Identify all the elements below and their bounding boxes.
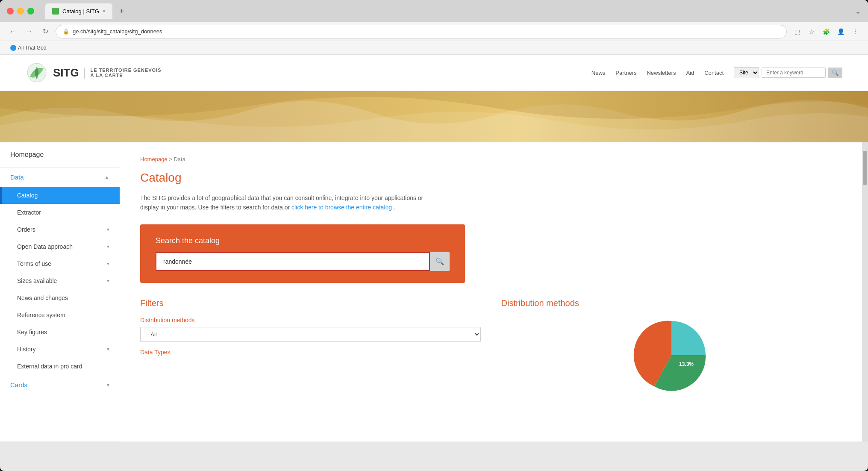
browser-window: Catalog | SITG × + ⌄ ← → ↻ 🔒 ge.ch/sitg/… bbox=[0, 0, 868, 471]
hero-wave-svg bbox=[0, 91, 868, 142]
svg-text:13.3%: 13.3% bbox=[679, 361, 694, 367]
address-bar[interactable]: 🔒 ge.ch/sitg/sitg_catalog/sitg_donnees bbox=[56, 25, 787, 38]
sidebar: Homepage Data ▲ Catalog Extractor Orders… bbox=[0, 142, 120, 442]
window-controls: ⌄ bbox=[855, 6, 861, 16]
browse-catalog-link[interactable]: click here to browse the entire catalog bbox=[291, 204, 392, 211]
sidebar-item-label: Catalog bbox=[17, 192, 38, 199]
distribution-methods-chart-title: Distribution methods bbox=[501, 298, 842, 308]
header-search-button[interactable]: 🔍 bbox=[828, 68, 842, 78]
sidebar-item-label: Extractor bbox=[17, 209, 41, 216]
data-types-filter: Data Types bbox=[140, 349, 481, 356]
sidebar-item-label: Reference system bbox=[17, 312, 65, 318]
site-logo: SITG | LE TERRITOIRE GENEVOIS À LA CARTE bbox=[26, 62, 161, 84]
page-title: Catalog bbox=[140, 171, 842, 185]
sidebar-item-label: External data in pro card bbox=[17, 363, 82, 370]
toolbar-actions: ⬚ ☆ 🧩 👤 ⋮ bbox=[791, 26, 861, 38]
logo-sitg: SITG bbox=[53, 66, 79, 79]
back-icon: ← bbox=[9, 28, 16, 35]
hero-banner bbox=[0, 91, 868, 142]
filters-section: Filters Distribution methods - All - Dat… bbox=[140, 298, 842, 394]
menu-button[interactable]: ⋮ bbox=[849, 26, 861, 38]
breadcrumb-separator: > bbox=[169, 156, 174, 162]
sidebar-item-catalog[interactable]: Catalog bbox=[0, 187, 120, 204]
forward-button[interactable]: → bbox=[23, 26, 35, 38]
tab-close-icon[interactable]: × bbox=[103, 8, 106, 14]
history-chevron: ▾ bbox=[107, 346, 109, 352]
tab-title: Catalog | SITG bbox=[62, 8, 99, 15]
sidebar-item-news[interactable]: News and changes bbox=[0, 289, 120, 306]
orders-chevron: ▾ bbox=[107, 227, 109, 233]
nav-aid[interactable]: Aid bbox=[686, 70, 694, 76]
sidebar-data-label: Data bbox=[10, 174, 24, 181]
lock-icon: 🔒 bbox=[63, 29, 69, 35]
scrollbar-thumb[interactable] bbox=[863, 151, 867, 185]
sidebar-item-label: Key figures bbox=[17, 329, 47, 336]
reload-button[interactable]: ↻ bbox=[39, 26, 51, 38]
data-types-label: Data Types bbox=[140, 349, 481, 356]
extensions-button[interactable]: 🧩 bbox=[820, 26, 832, 38]
search-scope-select[interactable]: Site bbox=[734, 67, 759, 78]
bookmark-item[interactable]: All That Geo bbox=[7, 43, 50, 53]
content-area: Homepage > Data Catalog The SITG provide… bbox=[120, 142, 862, 442]
catalog-search-button[interactable]: 🔍 bbox=[430, 252, 450, 271]
website: SITG | LE TERRITOIRE GENEVOIS À LA CARTE… bbox=[0, 55, 868, 442]
profile-button[interactable]: 👤 bbox=[835, 26, 847, 38]
filters-title: Filters bbox=[140, 298, 481, 308]
distribution-methods-select[interactable]: - All - bbox=[140, 327, 481, 342]
active-tab[interactable]: Catalog | SITG × bbox=[45, 3, 112, 19]
sidebar-item-orders[interactable]: Orders ▾ bbox=[0, 221, 120, 238]
nav-partners[interactable]: Partners bbox=[615, 70, 636, 76]
catalog-search-input[interactable] bbox=[156, 252, 430, 271]
site-search: Site 🔍 bbox=[734, 67, 842, 78]
logo-tagline-line2: À LA CARTE bbox=[90, 73, 161, 78]
nav-contact[interactable]: Contact bbox=[704, 70, 724, 76]
filters-left: Filters Distribution methods - All - Dat… bbox=[140, 298, 481, 394]
screen-cast-button[interactable]: ⬚ bbox=[791, 26, 803, 38]
catalog-search-input-row: 🔍 bbox=[156, 252, 450, 271]
breadcrumb: Homepage > Data bbox=[140, 156, 842, 162]
maximize-button[interactable] bbox=[27, 8, 34, 15]
sidebar-item-external-data[interactable]: External data in pro card bbox=[0, 358, 120, 375]
forward-icon: → bbox=[26, 28, 32, 35]
sidebar-item-keyfigures[interactable]: Key figures bbox=[0, 324, 120, 341]
breadcrumb-home[interactable]: Homepage bbox=[140, 156, 168, 162]
filters-right: Distribution methods bbox=[501, 298, 842, 394]
tab-bar: Catalog | SITG × + bbox=[45, 3, 127, 19]
browser-titlebar: Catalog | SITG × + ⌄ bbox=[0, 0, 868, 22]
scrollbar[interactable] bbox=[862, 142, 868, 442]
sidebar-cards-section[interactable]: Cards ▾ bbox=[0, 375, 120, 394]
logo-tagline-line1: LE TERRITOIRE GENEVOIS bbox=[90, 68, 161, 73]
sidebar-item-history[interactable]: History ▾ bbox=[0, 341, 120, 358]
sidebar-item-sizes[interactable]: Sizes available ▾ bbox=[0, 272, 120, 289]
distribution-methods-filter: Distribution methods - All - bbox=[140, 317, 481, 342]
breadcrumb-current: Data bbox=[174, 156, 185, 162]
header-search-input[interactable] bbox=[762, 68, 826, 78]
back-button[interactable]: ← bbox=[7, 26, 19, 38]
minimize-button[interactable] bbox=[17, 8, 24, 15]
sizes-chevron: ▾ bbox=[107, 278, 109, 284]
sidebar-item-terms[interactable]: Terms of use ▾ bbox=[0, 255, 120, 272]
bookmark-button[interactable]: ☆ bbox=[806, 26, 818, 38]
cards-chevron: ▾ bbox=[107, 382, 109, 388]
browser-toolbar: ← → ↻ 🔒 ge.ch/sitg/sitg_catalog/sitg_don… bbox=[0, 22, 868, 41]
sidebar-item-reference[interactable]: Reference system bbox=[0, 306, 120, 324]
address-text: ge.ch/sitg/sitg_catalog/sitg_donnees bbox=[73, 28, 162, 35]
sidebar-data-section[interactable]: Data ▲ bbox=[0, 168, 120, 187]
catalog-search-box: Search the catalog 🔍 bbox=[140, 224, 465, 283]
sidebar-item-open-data[interactable]: Open Data approach ▾ bbox=[0, 238, 120, 255]
close-button[interactable] bbox=[7, 8, 14, 15]
sidebar-item-label: Sizes available bbox=[17, 277, 57, 284]
nav-news[interactable]: News bbox=[591, 70, 606, 76]
sidebar-item-label: Open Data approach bbox=[17, 243, 73, 250]
pie-chart-container: 13.3% bbox=[501, 317, 842, 394]
sidebar-item-extractor[interactable]: Extractor bbox=[0, 204, 120, 221]
sidebar-item-label: History bbox=[17, 346, 36, 353]
nav-newsletters[interactable]: Newsletters bbox=[647, 70, 676, 76]
reload-icon: ↻ bbox=[43, 27, 48, 35]
new-tab-button[interactable]: + bbox=[116, 6, 128, 16]
sidebar-homepage[interactable]: Homepage bbox=[0, 142, 120, 168]
traffic-lights bbox=[7, 8, 34, 15]
data-section-chevron: ▲ bbox=[104, 174, 109, 180]
page-description: The SITG provides a lot of geographical … bbox=[140, 193, 439, 212]
logo-text: SITG | LE TERRITOIRE GENEVOIS À LA CARTE bbox=[53, 66, 161, 79]
